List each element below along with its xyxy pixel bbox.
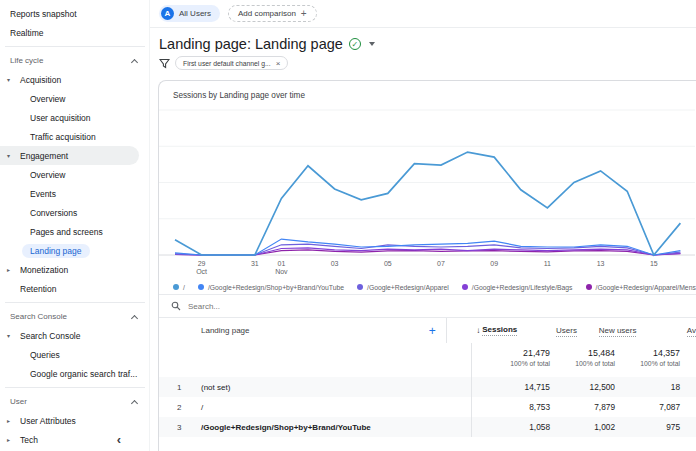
add-comparison-button[interactable]: Add comparison + bbox=[228, 5, 317, 22]
table-row[interactable]: 2 / 8,753 7,879 7,087 bbox=[159, 397, 696, 417]
sessions-line-chart[interactable]: 29Oct3101Nov03050709111315 bbox=[159, 104, 695, 276]
sidebar-item-retention[interactable]: Retention bbox=[0, 279, 149, 298]
row-rank: 3 bbox=[177, 423, 181, 432]
dimension-header-cell: Landing page + bbox=[159, 326, 446, 335]
report-title-row: Landing page: Landing page ✓ bbox=[150, 28, 696, 54]
sidebar-item-label: Conversions bbox=[30, 208, 77, 218]
table-row[interactable]: 3 /Google+Redesign/Shop+by+Brand/YouTube… bbox=[159, 417, 696, 437]
average-header-label[interactable]: Av bbox=[687, 326, 696, 337]
data-quality-check-icon[interactable]: ✓ bbox=[349, 38, 361, 50]
sidebar-item-acquisition[interactable]: ▾Acquisition bbox=[0, 70, 149, 89]
sidebar-item-landing-page[interactable]: Landing page bbox=[0, 241, 149, 260]
sidebar-item-search-console[interactable]: Search Console bbox=[0, 307, 149, 326]
chevron-up-icon[interactable] bbox=[131, 314, 138, 321]
sidebar-item-search-console[interactable]: ▾Search Console bbox=[0, 326, 149, 345]
close-icon[interactable]: × bbox=[276, 59, 281, 68]
filter-bar: First user default channel g... × bbox=[150, 54, 696, 72]
sidebar-item-label: Search Console bbox=[20, 331, 80, 341]
sidebar-item-reports-snapshot[interactable]: Reports snapshot bbox=[0, 4, 149, 23]
sidebar-item-conversions[interactable]: Conversions bbox=[0, 203, 149, 222]
totals-new-users: 14,357 100% of total bbox=[622, 343, 687, 377]
sidebar-item-tech[interactable]: ▸Tech bbox=[0, 430, 149, 449]
table-header-row: Landing page + ↓ Sessions Users New user… bbox=[159, 317, 696, 343]
legend-item[interactable]: /Google+Redesign/Apparel bbox=[357, 284, 449, 291]
svg-text:05: 05 bbox=[384, 260, 392, 267]
column-header-users: Users bbox=[524, 326, 584, 335]
users-cell: 12,500 bbox=[557, 382, 622, 392]
svg-text:31: 31 bbox=[251, 260, 259, 267]
table-totals-row: 21,479 100% of total 15,484 100% of tota… bbox=[159, 343, 696, 377]
chevron-right-icon[interactable]: ▸ bbox=[7, 436, 10, 443]
legend-item[interactable]: /Google+Redesign/Lifestyle/Bags bbox=[462, 284, 573, 291]
column-header-sessions: ↓ Sessions bbox=[446, 318, 525, 343]
sidebar-item-label: Queries bbox=[30, 350, 60, 360]
landing-page-cell[interactable]: /Google+Redesign/Shop+by+Brand/YouTube bbox=[201, 423, 371, 432]
sidebar-item-traffic-acquisition[interactable]: Traffic acquisition bbox=[0, 127, 149, 146]
sidebar-item-label: Pages and screens bbox=[30, 227, 103, 237]
sort-descending-icon[interactable]: ↓ bbox=[476, 326, 480, 335]
svg-text:15: 15 bbox=[650, 260, 658, 267]
filter-funnel-icon[interactable] bbox=[159, 58, 170, 69]
add-column-button[interactable]: + bbox=[429, 324, 436, 338]
sidebar-item-label: Reports snapshot bbox=[10, 9, 77, 19]
svg-text:Nov: Nov bbox=[275, 268, 288, 275]
sessions-cell: 14,715 bbox=[471, 377, 557, 397]
totals-users-sub: 100% of total bbox=[557, 360, 615, 367]
users-cell: 7,879 bbox=[557, 402, 622, 412]
landing-page-cell[interactable]: / bbox=[201, 403, 203, 412]
chevron-up-icon[interactable] bbox=[131, 399, 138, 406]
landing-page-cell[interactable]: (not set) bbox=[201, 383, 230, 392]
sidebar-item-pages-and-screens[interactable]: Pages and screens bbox=[0, 222, 149, 241]
totals-sessions-value: 21,479 bbox=[472, 348, 550, 358]
chevron-down-icon[interactable]: ▾ bbox=[7, 332, 10, 339]
totals-sessions-sub: 100% of total bbox=[472, 360, 550, 367]
sidebar-item-user-attributes[interactable]: ▸User Attributes bbox=[0, 411, 149, 430]
users-header-label[interactable]: Users bbox=[556, 326, 577, 337]
sidebar-item-label: User bbox=[10, 397, 27, 406]
sidebar-item-queries[interactable]: Queries bbox=[0, 345, 149, 364]
sidebar-collapse-icon[interactable]: ‹ bbox=[117, 432, 121, 447]
sidebar-item-label: User acquisition bbox=[30, 113, 90, 123]
sidebar-item-user-acquisition[interactable]: User acquisition bbox=[0, 108, 149, 127]
all-users-segment-pill[interactable]: A All Users bbox=[159, 5, 220, 22]
svg-text:03: 03 bbox=[331, 260, 339, 267]
sessions-header-label[interactable]: Sessions bbox=[482, 325, 517, 336]
chart-title: Sessions by Landing page over time bbox=[159, 81, 696, 104]
chevron-right-icon[interactable]: ▸ bbox=[7, 417, 10, 424]
chevron-down-icon[interactable] bbox=[369, 42, 375, 46]
column-header-new-users: New users bbox=[584, 326, 644, 335]
dimension-header-label[interactable]: Landing page bbox=[201, 326, 250, 335]
totals-new-users-sub: 100% of total bbox=[622, 360, 680, 367]
sidebar-item-overview[interactable]: Overview bbox=[0, 89, 149, 108]
legend-item[interactable]: /Google+Redesign/Apparel/Mens bbox=[586, 284, 696, 291]
chevron-down-icon[interactable]: ▾ bbox=[7, 76, 10, 83]
chevron-right-icon[interactable]: ▸ bbox=[7, 266, 10, 273]
sidebar-item-engagement[interactable]: ▾Engagement bbox=[0, 146, 139, 165]
sidebar-item-realtime[interactable]: Realtime bbox=[0, 23, 149, 42]
sidebar-item-monetization[interactable]: ▸Monetization bbox=[0, 260, 149, 279]
legend-dot-icon bbox=[198, 284, 204, 290]
add-comparison-label: Add comparison bbox=[238, 9, 296, 18]
new-users-header-label[interactable]: New users bbox=[599, 326, 637, 337]
sidebar-item-label: Life cycle bbox=[10, 56, 43, 65]
sidebar-item-life-cycle[interactable]: Life cycle bbox=[0, 51, 149, 70]
legend-dot-icon bbox=[173, 284, 179, 290]
sidebar-item-label: Traffic acquisition bbox=[30, 132, 96, 142]
sidebar-item-google-organic-search-traf[interactable]: Google organic search traf... bbox=[0, 364, 149, 383]
sidebar-item-label: Landing page bbox=[22, 244, 90, 258]
column-header-average-cutoff: Av bbox=[643, 326, 696, 335]
sidebar-item-label: Engagement bbox=[20, 151, 68, 161]
table-search-row bbox=[159, 294, 696, 317]
chevron-down-icon[interactable]: ▾ bbox=[7, 152, 10, 159]
sidebar-item-overview[interactable]: Overview bbox=[0, 165, 149, 184]
chevron-up-icon[interactable] bbox=[131, 58, 138, 65]
legend-item[interactable]: / bbox=[173, 284, 185, 291]
page-title: Landing page: Landing page bbox=[159, 36, 343, 52]
sidebar-item-user[interactable]: User bbox=[0, 392, 149, 411]
table-search-input[interactable] bbox=[188, 302, 388, 311]
svg-text:07: 07 bbox=[437, 260, 445, 267]
sidebar-item-events[interactable]: Events bbox=[0, 184, 149, 203]
active-filter-chip[interactable]: First user default channel g... × bbox=[175, 56, 288, 70]
legend-item[interactable]: /Google+Redesign/Shop+by+Brand/YouTube bbox=[198, 284, 344, 291]
table-row[interactable]: 1 (not set) 14,715 12,500 18 bbox=[159, 377, 696, 397]
